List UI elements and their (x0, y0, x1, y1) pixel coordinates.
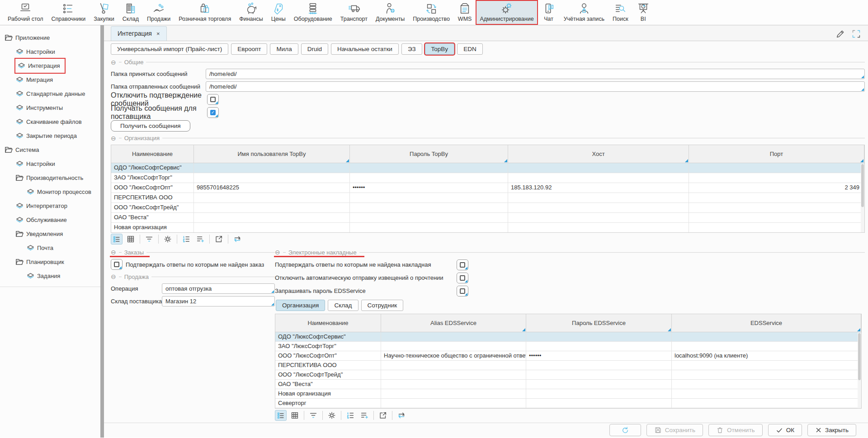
confirm-no-order-checkbox[interactable] (111, 259, 123, 270)
table-row[interactable]: ООО "ЛюксСофтТрейд" (111, 203, 864, 213)
table-row[interactable]: ЗАО "ЛюксСофтТорг" (111, 173, 864, 183)
open-in-window-button[interactable] (377, 410, 389, 421)
subtab-topby[interactable]: TopBy (425, 43, 455, 55)
toolbar-item-search[interactable]: Поиск (609, 0, 632, 25)
table-row[interactable]: ЗАО "ЛюксСофтТорг" (275, 342, 861, 351)
table-row[interactable]: ПЕРСПЕКТИВА ООО (111, 193, 864, 203)
tab-integration[interactable]: Интеграция × (111, 26, 167, 41)
tab-employee[interactable]: Сотрудник (361, 300, 404, 311)
filter-button[interactable] (143, 234, 155, 245)
table-row[interactable]: Северторг (275, 399, 861, 408)
sidebar-item-tools[interactable]: Инструменты (15, 101, 66, 115)
expand-icon[interactable] (852, 29, 861, 38)
toolbar-item-documents[interactable]: Документы (372, 0, 409, 25)
sent-folder-input[interactable]: /home/edi/ (206, 81, 865, 92)
table-row[interactable]: ПЕРСПЕКТИВА ООО (275, 361, 861, 370)
get-messages-button[interactable]: Получить сообщения (111, 120, 190, 132)
disable-confirmation-checkbox[interactable] (207, 94, 219, 105)
sidebar-item-scheduler[interactable]: Планировщик (15, 255, 68, 269)
numbered-list-button[interactable] (180, 234, 192, 245)
close-button[interactable]: Закрыть (807, 424, 856, 436)
sidebar-item-file-download[interactable]: Скачивание файлов (15, 115, 85, 129)
edit-pencil-icon[interactable] (835, 29, 845, 39)
column-header[interactable]: Хост (508, 145, 689, 163)
toolbar-item-prices[interactable]: Цены (267, 0, 290, 25)
tab-warehouse[interactable]: Склад (328, 300, 358, 311)
cancel-button[interactable]: Отменить (708, 424, 763, 436)
toolbar-item-production[interactable]: Производство (409, 0, 454, 25)
collapse-icon[interactable]: ⊖ (111, 273, 116, 280)
supplier-warehouse-input[interactable]: Магазин 12 (162, 296, 275, 306)
table-row[interactable]: ООО "ЛюксСофтОпт" 9855701648225 •••••• 1… (111, 183, 864, 193)
toolbar-item-administration[interactable]: Администрирование (476, 0, 538, 25)
table-row[interactable]: Новая организация (275, 389, 861, 399)
column-header[interactable]: Наименование (111, 145, 194, 163)
confirm-no-invoice-checkbox[interactable] (457, 259, 468, 270)
add-list-button[interactable] (194, 234, 206, 245)
sidebar-item-interpreter[interactable]: Интерпретатор (15, 199, 71, 213)
toolbar-item-bi[interactable]: BI (632, 0, 654, 25)
table-row[interactable]: ОАО "Веста" (111, 213, 864, 223)
ok-button[interactable]: ОК (768, 424, 802, 436)
save-button[interactable]: Сохранить (646, 424, 703, 436)
open-in-window-button[interactable] (213, 234, 225, 245)
grid-view-button[interactable] (289, 410, 301, 421)
collapse-icon[interactable]: ⊖ (111, 249, 116, 255)
grid-view-button[interactable] (125, 234, 137, 245)
toolbar-item-account[interactable]: Учётная запись (560, 0, 609, 25)
sidebar-item-mail[interactable]: Почта (26, 241, 57, 255)
subtab-universal-import[interactable]: Универсальный импорт (Прайс-лист) (111, 43, 228, 55)
sidebar-item-settings-app[interactable]: Настройки (15, 45, 59, 59)
sidebar-item-tasks[interactable]: Задания (26, 269, 64, 283)
sidebar-item-system[interactable]: Система (5, 143, 42, 157)
table-row[interactable]: ООО "ЛюксСофтТрейд" (275, 370, 861, 380)
sidebar-item-application[interactable]: Приложение (5, 31, 53, 45)
sidebar-item-period-closing[interactable]: Закрытие периода (15, 129, 80, 143)
toolbar-item-retail[interactable]: Розничная торговля (175, 0, 235, 25)
toolbar-item-desktop[interactable]: Рабочий стол (4, 0, 47, 25)
receive-supplier-messages-checkbox[interactable]: ✓ (207, 107, 219, 118)
toolbar-item-purchases[interactable]: Закупки (90, 0, 118, 25)
add-list-button[interactable] (359, 410, 370, 421)
toolbar-item-directories[interactable]: Справочники (47, 0, 90, 25)
sidebar-item-maintenance[interactable]: Обслуживание (15, 213, 71, 227)
reload-button[interactable] (231, 234, 243, 245)
toolbar-item-warehouse[interactable]: Склад (118, 0, 143, 25)
toolbar-item-sales[interactable]: Продажи (143, 0, 175, 25)
subtab-ez[interactable]: ЭЗ (401, 43, 422, 55)
table-row[interactable]: Новая организация (111, 223, 864, 233)
tab-organization[interactable]: Организация (276, 300, 325, 311)
request-eds-password-checkbox[interactable] (457, 286, 468, 297)
subtab-edn[interactable]: EDN (457, 43, 483, 55)
filter-button[interactable] (307, 410, 319, 421)
column-header[interactable]: Пароль TopBy (350, 145, 508, 163)
column-header[interactable]: Alias EDSService (381, 314, 526, 332)
sidebar-item-settings-system[interactable]: Настройки (15, 157, 59, 171)
subtab-mila[interactable]: Мила (270, 43, 298, 55)
sidebar-item-migration[interactable]: Миграция (15, 73, 57, 87)
sidebar-item-standard-data[interactable]: Стандартные данные (15, 87, 89, 101)
table-row[interactable]: ООО "ЛюксСофтОпт" Научно-техническое общ… (275, 351, 861, 361)
received-folder-input[interactable]: /home/edi/ (206, 69, 865, 79)
disable-read-receipts-checkbox[interactable] (457, 273, 468, 283)
subtab-opening-balances[interactable]: Начальные остатки (331, 43, 399, 55)
collapse-icon[interactable]: ⊖ (111, 135, 116, 141)
sidebar-item-integration[interactable]: Интеграция (15, 59, 65, 73)
subtab-euroopt[interactable]: Евроопт (231, 43, 267, 55)
settings-button[interactable] (162, 234, 174, 245)
operation-input[interactable]: оптовая отгрузка (162, 283, 275, 294)
toolbar-item-equipment[interactable]: Оборудование (290, 0, 336, 25)
column-header[interactable]: Пароль EDSService (526, 314, 672, 332)
table-row[interactable]: ОДО "ЛюксСофтСервис" (275, 332, 861, 342)
subtab-druid[interactable]: Druid (301, 43, 328, 55)
collapse-icon[interactable]: ⊖ (275, 249, 280, 255)
table-row[interactable]: ОДО "ЛюксСофтСервис" (111, 163, 864, 173)
column-header[interactable]: Имя пользователя TopBy (194, 145, 350, 163)
list-view-button[interactable] (111, 234, 123, 245)
sidebar-splitter[interactable] (100, 25, 104, 438)
table-scrollbar[interactable] (858, 333, 861, 408)
reload-button[interactable] (396, 410, 407, 421)
refresh-button[interactable] (609, 424, 641, 436)
toolbar-item-finance[interactable]: Финансы (235, 0, 267, 25)
table-row[interactable]: ОАО "Веста" (275, 380, 861, 389)
